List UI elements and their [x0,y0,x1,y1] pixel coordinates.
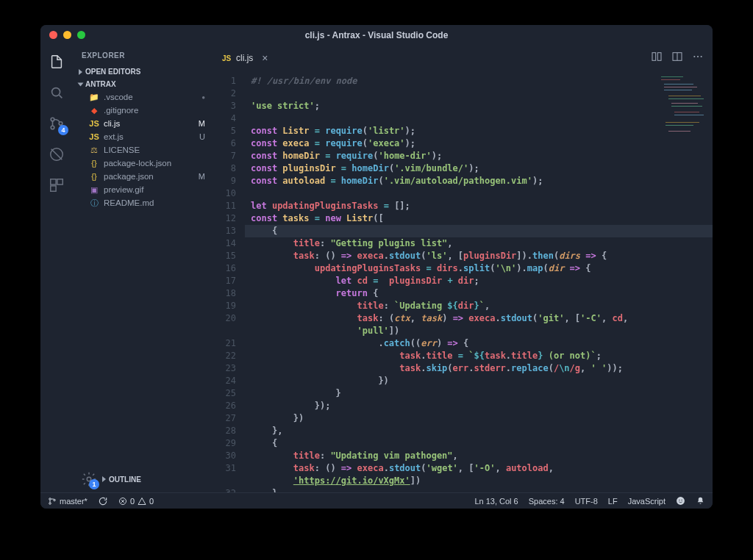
eol[interactable]: LF [608,497,618,506]
code-line[interactable] [245,187,713,200]
code-line[interactable]: 'use strict'; [245,100,713,112]
file-status: M [199,119,205,128]
sync-button[interactable] [98,496,108,506]
file-name: LICENSE [104,146,140,154]
file-item[interactable]: JSext.jsU [79,130,213,143]
code-line[interactable]: return { [245,287,713,300]
close-tab-icon[interactable]: × [262,52,268,64]
code-line[interactable] [245,87,713,100]
code-line[interactable]: const homeDir = require('home-dir'); [245,150,713,162]
notifications-icon[interactable] [696,496,705,506]
close-window-button[interactable] [49,31,57,39]
code-editor[interactable]: 1234567891011121314151617181920212223242… [213,71,713,492]
settings-gear-icon[interactable]: 1 [80,470,98,488]
code-line[interactable]: task.title = `${task.title} (or not)`; [245,350,713,362]
encoding[interactable]: UTF-8 [575,497,598,506]
git-branch[interactable]: master* [48,497,88,506]
json-file-icon: {} [89,171,99,182]
code-line[interactable]: 'pull']) [245,325,713,337]
file-item[interactable]: {}package.jsonM [79,170,213,183]
explorer-sidebar: EXPLORER OPEN EDITORS ANTRAX 📁.vscode●◆.… [73,46,213,492]
json-file-icon: {} [89,158,99,168]
file-item[interactable]: {}package-lock.json [79,157,213,170]
code-line[interactable]: }); [245,400,713,412]
code-line[interactable]: title: "Getting plugins list", [245,237,713,250]
file-status: ● [201,94,205,101]
js-file-icon: JS [89,118,99,129]
code-line[interactable]: title: "Updating vim pathogen", [245,450,713,462]
file-status: M [199,172,205,181]
file-name: preview.gif [104,185,143,194]
code-line[interactable]: updatingPluginsTasks = dirs.split('\n').… [245,262,713,275]
code-line[interactable]: .catch((err) => { [245,337,713,350]
minimize-window-button[interactable] [63,31,71,39]
code-line[interactable]: } [245,387,713,400]
problems[interactable]: 0 0 [118,497,154,506]
explorer-icon[interactable] [48,53,65,71]
code-line[interactable]: }) [245,375,713,387]
svg-point-20 [679,500,679,500]
file-item[interactable]: JScli.jsM [79,117,213,130]
chevron-down-icon [78,82,84,86]
code-line[interactable]: { [245,225,713,237]
svg-point-15 [49,498,51,500]
code-line[interactable]: const autoload = homeDir('.vim/autoload/… [245,175,713,187]
compare-icon[interactable] [651,51,663,65]
code-line[interactable]: }) [245,412,713,425]
file-item[interactable]: ▣preview.gif [79,183,213,196]
code-line[interactable]: }, [245,487,713,492]
file-name: README.md [104,198,154,207]
code-content[interactable]: #! /usr/bin/env node 'use strict'; const… [245,71,713,492]
lic-file-icon: ⚖ [89,145,99,155]
code-line[interactable]: task: () => execa.stdout('ls', [pluginsD… [245,250,713,262]
code-line[interactable]: task: (ctx, task) => execa.stdout('git',… [245,312,713,325]
code-line[interactable]: task.skip(err.stderr.replace(/\n/g, ' ')… [245,362,713,375]
line-gutter: 1234567891011121314151617181920212223242… [213,71,245,492]
code-line[interactable]: { [245,437,713,450]
code-line[interactable]: 'https://git.io/vXgMx']) [245,475,713,487]
source-control-icon[interactable]: 4 [48,115,65,132]
more-actions-icon[interactable] [692,51,704,65]
language-mode[interactable]: JavaScript [628,497,665,506]
code-line[interactable] [245,112,713,125]
code-line[interactable]: title: `Updating ${dir}`, [245,300,713,312]
debug-icon[interactable] [48,146,65,163]
search-icon[interactable] [48,84,65,101]
indentation[interactable]: Spaces: 4 [529,497,565,506]
chevron-right-icon [79,69,82,75]
open-editors-section[interactable]: OPEN EDITORS [73,65,213,78]
js-file-icon: JS [221,53,232,63]
svg-rect-5 [51,179,56,184]
svg-point-21 [681,500,682,500]
split-editor-icon[interactable] [671,51,683,65]
extensions-icon[interactable] [48,176,65,194]
code-line[interactable]: task: () => execa.stdout('wget', ['-O', … [245,462,713,475]
file-item[interactable]: 📁.vscode● [79,90,213,104]
chevron-right-icon [102,476,106,482]
svg-point-14 [701,56,702,57]
feedback-icon[interactable] [676,496,685,506]
file-item[interactable]: ⓘREADME.md [79,196,213,209]
tab-cli-js[interactable]: JS cli.js × [213,46,277,71]
code-line[interactable]: let updatingPluginsTasks = []; [245,200,713,212]
svg-point-2 [51,126,54,129]
code-line[interactable]: let cd = pluginsDir + dir; [245,275,713,287]
info-file-icon: ⓘ [89,198,99,208]
project-section[interactable]: ANTRAX [73,78,213,90]
code-line[interactable]: #! /usr/bin/env node [245,75,713,87]
file-item[interactable]: ◆.gitignore [79,104,213,117]
code-line[interactable]: const pluginsDir = homeDir('.vim/bundle/… [245,162,713,175]
cursor-position[interactable]: Ln 13, Col 6 [474,497,518,506]
file-name: .vscode [104,93,133,101]
svg-point-1 [51,118,54,121]
code-line[interactable]: }, [245,425,713,437]
svg-rect-10 [657,53,661,61]
file-item[interactable]: ⚖LICENSE [79,143,213,157]
code-line[interactable]: const execa = require('execa'); [245,137,713,150]
code-line[interactable]: const Listr = require('listr'); [245,125,713,137]
file-name: .gitignore [104,106,138,115]
maximize-window-button[interactable] [77,31,85,39]
code-line[interactable]: const tasks = new Listr([ [245,212,713,225]
outline-section[interactable]: OUTLINE [102,475,141,484]
file-name: package.json [104,172,154,181]
